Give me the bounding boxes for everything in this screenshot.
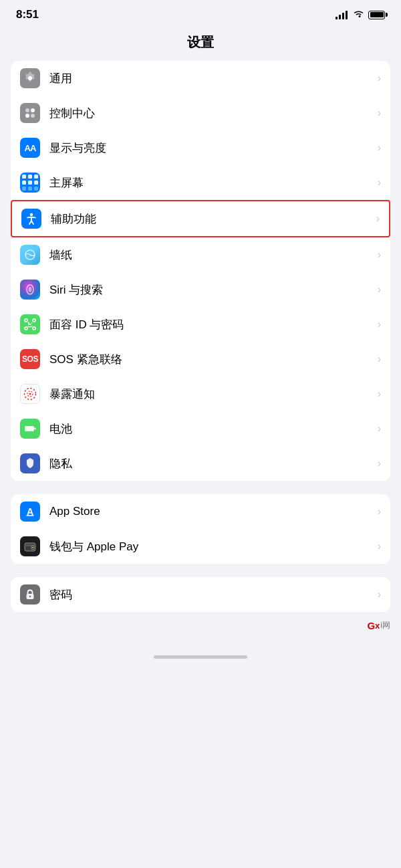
svg-rect-8 [25,319,27,322]
exposure-label: 暴露通知 [49,387,378,402]
settings-item-control-center[interactable]: 控制中心 › [11,96,390,130]
svg-rect-17 [25,426,34,431]
accessibility-icon [21,209,41,229]
battery-chevron: › [378,423,381,435]
wallet-icon [20,536,40,556]
wallpaper-icon [20,245,40,265]
general-label: 通用 [49,71,378,86]
settings-item-exposure[interactable]: 暴露通知 › [11,376,390,411]
display-chevron: › [378,142,381,154]
general-chevron: › [378,72,381,84]
svg-point-16 [29,393,31,395]
accessibility-chevron: › [376,213,380,225]
faceid-chevron: › [378,318,381,330]
wallpaper-chevron: › [378,249,381,261]
settings-item-password[interactable]: 密码 › [11,577,390,612]
svg-rect-11 [33,327,35,330]
password-chevron: › [378,588,381,601]
svg-point-3 [31,114,35,118]
watermark-x: x [375,621,380,631]
home-screen-chevron: › [378,177,381,189]
watermark-site: i网 [380,620,390,631]
page-title: 设置 [0,27,401,61]
settings-item-sos[interactable]: SOS SOS 紧急联络 › [11,342,390,376]
wallet-chevron: › [378,540,381,552]
svg-point-25 [29,596,31,598]
svg-point-4 [30,213,33,216]
appstore-chevron: › [378,506,381,518]
svg-point-13 [31,322,33,324]
accessibility-label: 辅助功能 [51,211,376,227]
svg-rect-10 [25,327,27,330]
settings-item-general[interactable]: 通用 › [11,61,390,96]
display-label: 显示与亮度 [49,140,378,156]
settings-item-wallpaper[interactable]: 墙纸 › [11,237,390,272]
status-bar: 8:51 [0,0,401,27]
privacy-chevron: › [378,457,381,469]
svg-point-2 [25,114,29,118]
siri-chevron: › [378,284,381,296]
settings-item-wallet[interactable]: 钱包与 Apple Pay › [11,529,390,564]
password-label: 密码 [49,587,378,603]
control-center-chevron: › [378,107,381,119]
settings-item-display[interactable]: AA 显示与亮度 › [11,130,390,165]
appstore-icon: A [20,502,40,522]
settings-item-home-screen[interactable]: 主屏幕 › [11,165,390,200]
settings-section-3: 密码 › [11,577,390,612]
svg-point-0 [25,108,29,112]
sos-icon: SOS [20,349,40,369]
settings-item-siri[interactable]: Siri 与搜索 › [11,272,390,307]
home-screen-icon [20,173,40,193]
status-icons [336,9,385,21]
home-screen-label: 主屏幕 [49,175,378,191]
status-time: 8:51 [16,8,39,21]
svg-point-7 [29,287,32,292]
svg-rect-9 [33,319,35,322]
control-center-icon [20,103,40,123]
appstore-label: App Store [49,505,378,518]
password-icon [20,584,40,605]
watermark-g: G [367,620,375,631]
signal-icon [336,11,348,19]
privacy-icon [20,453,40,473]
wallet-label: 钱包与 Apple Pay [49,539,378,554]
siri-label: Siri 与搜索 [49,282,378,298]
faceid-label: 面容 ID 与密码 [49,317,378,332]
exposure-icon [20,384,40,404]
settings-section-1: 通用 › 控制中心 › AA 显示与亮度 › [11,61,390,481]
settings-item-privacy[interactable]: 隐私 › [11,446,390,481]
battery-label: 电池 [49,421,378,437]
settings-section-2: A App Store › 钱包与 Apple Pay › [11,494,390,564]
exposure-chevron: › [378,388,381,400]
home-indicator [154,655,247,659]
wifi-icon [353,9,364,21]
sos-chevron: › [378,353,381,365]
battery-icon [368,11,385,19]
gear-icon [20,68,40,88]
display-icon: AA [20,138,40,158]
watermark: G x i网 [367,620,390,631]
settings-item-accessibility[interactable]: 辅助功能 › [11,200,390,237]
settings-item-battery[interactable]: 电池 › [11,411,390,446]
sos-label: SOS 紧急联络 [49,352,378,367]
control-center-label: 控制中心 [49,106,378,121]
wallpaper-label: 墙纸 [49,247,378,263]
svg-point-23 [32,547,33,548]
siri-icon [20,280,40,300]
settings-item-faceid[interactable]: 面容 ID 与密码 › [11,307,390,342]
privacy-label: 隐私 [49,456,378,471]
battery-settings-icon [20,419,40,439]
svg-rect-18 [35,428,36,430]
faceid-icon [20,314,40,334]
svg-point-12 [28,322,29,324]
svg-point-1 [31,108,35,112]
settings-item-appstore[interactable]: A App Store › [11,494,390,529]
